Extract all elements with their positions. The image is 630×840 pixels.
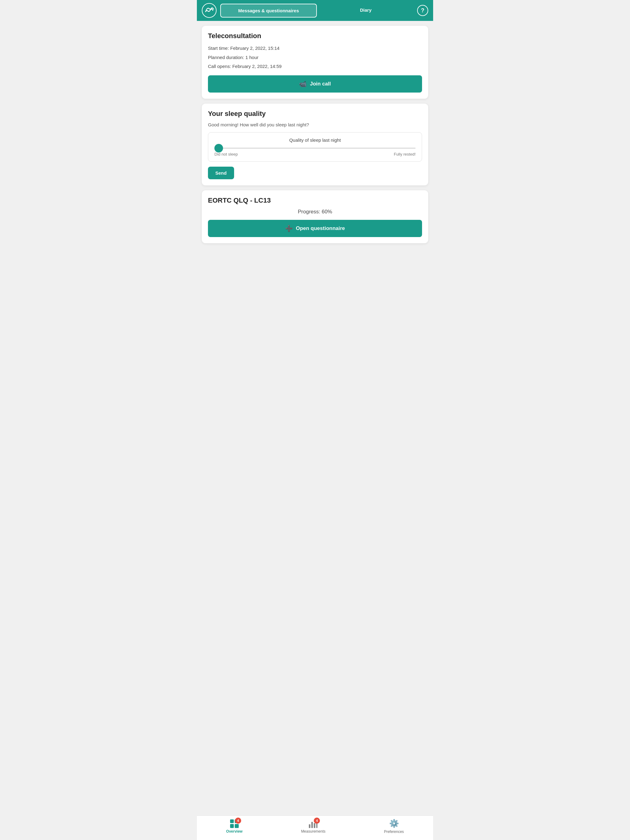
sleep-quality-title: Your sleep quality — [208, 110, 422, 118]
svg-point-0 — [202, 3, 216, 17]
overview-badge: 4 — [235, 818, 241, 824]
measurements-label: Measurements — [301, 829, 326, 834]
start-time: Start time: February 2, 2022, 15:14 — [208, 44, 422, 52]
tab-messages[interactable]: Messages & questionnaires — [220, 4, 317, 17]
eortc-progress: Progress: 60% — [208, 209, 422, 215]
gear-icon: ⚙️ — [389, 819, 399, 828]
slider-thumb[interactable] — [214, 144, 223, 153]
help-button[interactable]: ? — [417, 5, 428, 16]
sleep-slider-label: Quality of sleep last night — [214, 137, 416, 143]
send-button[interactable]: Send — [208, 167, 234, 179]
call-opens: Call opens: February 2, 2022, 14:59 — [208, 62, 422, 70]
slider-track — [214, 148, 416, 149]
eortc-title: EORTC QLQ - LC13 — [208, 196, 422, 204]
overview-label: Overview — [226, 829, 242, 834]
sleep-quality-subtitle: Good morning! How well did you sleep las… — [208, 122, 422, 127]
main-content: Teleconsultation Start time: February 2,… — [197, 21, 433, 840]
help-icon: ? — [421, 7, 424, 14]
nav-overview[interactable]: 4 Overview — [226, 819, 242, 834]
app-logo — [202, 3, 217, 18]
open-questionnaire-label: Open questionnaire — [296, 225, 345, 232]
tab-diary[interactable]: Diary — [318, 4, 413, 17]
slider-min-label: Did not sleep — [214, 152, 238, 156]
header-tabs: Messages & questionnaires Diary — [220, 4, 413, 17]
teleconsultation-card: Teleconsultation Start time: February 2,… — [202, 26, 428, 99]
nav-preferences[interactable]: ⚙️ Preferences — [384, 819, 404, 834]
join-call-button[interactable]: 📹 Join call — [208, 75, 422, 93]
eortc-card: EORTC QLQ - LC13 Progress: 60% ➕ Open qu… — [202, 190, 428, 243]
slider-max-label: Fully rested! — [394, 152, 416, 156]
video-icon: 📹 — [299, 80, 307, 88]
nav-measurements[interactable]: 4 Measurements — [301, 819, 326, 834]
plus-icon: ➕ — [285, 225, 293, 232]
overview-icon-wrapper: 4 — [230, 819, 239, 828]
join-call-label: Join call — [310, 81, 331, 87]
sleep-quality-card: Your sleep quality Good morning! How wel… — [202, 104, 428, 185]
planned-duration: Planned duration: 1 hour — [208, 54, 422, 62]
open-questionnaire-button[interactable]: ➕ Open questionnaire — [208, 220, 422, 237]
preferences-label: Preferences — [384, 829, 404, 834]
preferences-icon-wrapper: ⚙️ — [389, 819, 399, 828]
teleconsultation-title: Teleconsultation — [208, 32, 422, 40]
app-header: Messages & questionnaires Diary ? — [197, 0, 433, 21]
measurements-badge: 4 — [314, 818, 320, 824]
measurements-icon-wrapper: 4 — [309, 819, 317, 828]
bottom-nav: 4 Overview 4 Measurements ⚙️ Preferences — [197, 815, 433, 840]
sleep-slider-container: Quality of sleep last night Did not slee… — [208, 132, 422, 162]
slider-labels: Did not sleep Fully rested! — [214, 152, 416, 156]
slider-wrapper — [214, 148, 416, 149]
